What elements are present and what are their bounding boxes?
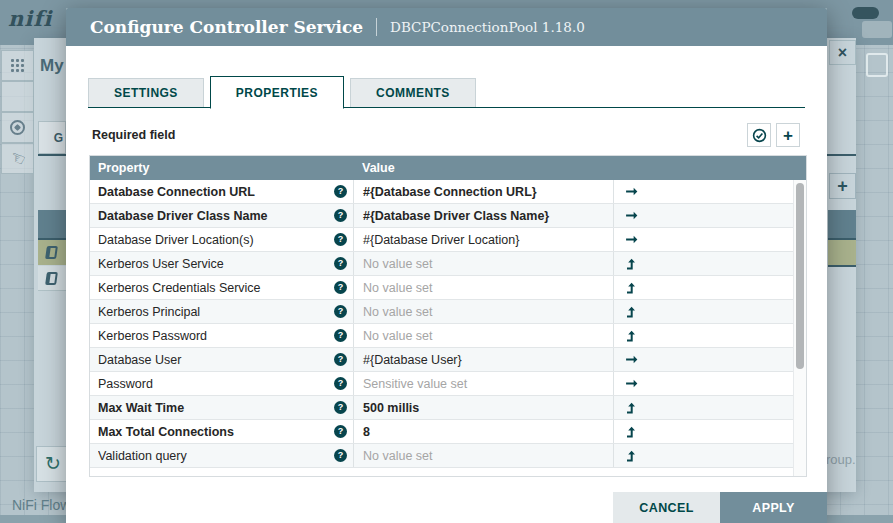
property-value-cell[interactable]: #{Database Driver Class Name} bbox=[353, 204, 613, 227]
property-rows: Database Connection URL?#{Database Conne… bbox=[90, 180, 794, 477]
plus-icon: + bbox=[783, 127, 793, 144]
convert-to-parameter-icon[interactable] bbox=[625, 450, 637, 462]
property-name: Kerberos Password bbox=[98, 329, 334, 343]
help-icon[interactable]: ? bbox=[334, 449, 347, 462]
help-icon[interactable]: ? bbox=[334, 281, 347, 294]
dialog-titlebar: Configure Controller Service DBCPConnect… bbox=[66, 8, 827, 46]
convert-to-parameter-icon[interactable] bbox=[625, 282, 637, 294]
help-icon[interactable]: ? bbox=[334, 185, 347, 198]
property-row: Max Wait Time?500 millis bbox=[90, 396, 794, 420]
property-value-cell[interactable]: No value set bbox=[353, 444, 613, 467]
help-icon[interactable]: ? bbox=[334, 209, 347, 222]
parameter-arrow-cell bbox=[613, 372, 794, 395]
properties-toolbar: Required field + bbox=[92, 122, 800, 148]
property-row: Kerberos Credentials Service?No value se… bbox=[90, 276, 794, 300]
property-name: Database Driver Class Name bbox=[98, 209, 334, 223]
dialog-subtitle: DBCPConnectionPool 1.18.0 bbox=[390, 19, 585, 35]
property-name-cell: Kerberos Principal? bbox=[90, 300, 353, 323]
configure-controller-service-dialog: Configure Controller Service DBCPConnect… bbox=[66, 8, 827, 523]
property-name: Kerberos Credentials Service bbox=[98, 281, 334, 295]
apply-button[interactable]: APPLY bbox=[720, 492, 827, 523]
parameter-arrow-cell bbox=[613, 276, 794, 299]
property-value-cell[interactable]: Sensitive value set bbox=[353, 372, 613, 395]
property-value: #{Database Connection URL} bbox=[363, 185, 537, 199]
parameter-arrow-cell bbox=[613, 444, 794, 467]
property-name-cell: Database Driver Class Name? bbox=[90, 204, 353, 227]
background-dialog-title: My bbox=[40, 56, 64, 76]
property-value-cell[interactable]: 8 bbox=[353, 420, 613, 443]
add-property-button[interactable]: + bbox=[776, 123, 800, 147]
property-value-cell[interactable]: No value set bbox=[353, 252, 613, 275]
convert-to-parameter-icon[interactable] bbox=[625, 306, 637, 318]
property-value: 500 millis bbox=[363, 401, 419, 415]
tab-settings[interactable]: SETTINGS bbox=[88, 78, 204, 108]
compass-icon bbox=[10, 120, 25, 135]
property-name: Kerberos User Service bbox=[98, 257, 334, 271]
property-value-cell[interactable]: #{Database Driver Location} bbox=[353, 228, 613, 251]
toolbar-pan-button: ☜ bbox=[1, 143, 34, 174]
help-icon[interactable]: ? bbox=[334, 401, 347, 414]
help-icon[interactable]: ? bbox=[334, 329, 347, 342]
toolbar-button bbox=[1, 81, 34, 112]
property-row: Kerberos Password?No value set bbox=[90, 324, 794, 348]
property-value: No value set bbox=[363, 449, 432, 463]
background-selected-row bbox=[38, 240, 66, 265]
property-name-cell: Database Connection URL? bbox=[90, 180, 353, 203]
property-value-cell[interactable]: #{Database User} bbox=[353, 348, 613, 371]
cancel-button[interactable]: CANCEL bbox=[613, 492, 720, 523]
help-icon[interactable]: ? bbox=[334, 257, 347, 270]
dialog-title: Configure Controller Service bbox=[90, 17, 363, 37]
property-value-cell[interactable]: #{Database Connection URL} bbox=[353, 180, 613, 203]
background-tab-underline bbox=[38, 154, 66, 156]
property-value-cell[interactable]: No value set bbox=[353, 276, 613, 299]
parameter-arrow-cell bbox=[613, 204, 794, 227]
property-name: Database Connection URL bbox=[98, 185, 334, 199]
parameter-arrow-cell bbox=[613, 252, 794, 275]
goto-parameter-icon[interactable] bbox=[625, 233, 638, 246]
background-row bbox=[38, 266, 66, 291]
tab-comments[interactable]: COMMENTS bbox=[350, 78, 476, 108]
property-value: #{Database Driver Location} bbox=[363, 233, 519, 247]
goto-parameter-icon[interactable] bbox=[625, 353, 638, 366]
convert-to-parameter-icon[interactable] bbox=[625, 402, 637, 414]
help-icon[interactable]: ? bbox=[334, 233, 347, 246]
property-value-cell[interactable]: No value set bbox=[353, 300, 613, 323]
tab-properties[interactable]: PROPERTIES bbox=[210, 76, 344, 109]
property-value-cell[interactable]: 500 millis bbox=[353, 396, 613, 419]
column-header-value: Value bbox=[353, 161, 613, 175]
book-icon bbox=[45, 246, 58, 259]
verify-properties-button[interactable] bbox=[747, 123, 771, 147]
property-row: Password?Sensitive value set bbox=[90, 372, 794, 396]
background-line bbox=[828, 265, 856, 267]
property-name-cell: Max Wait Time? bbox=[90, 396, 353, 419]
table-header: Property Value bbox=[90, 156, 806, 180]
convert-to-parameter-icon[interactable] bbox=[625, 330, 637, 342]
property-row: Validation query?No value set bbox=[90, 444, 794, 468]
convert-to-parameter-icon[interactable] bbox=[625, 258, 637, 270]
book-icon bbox=[45, 272, 58, 285]
background-table-header bbox=[38, 210, 66, 239]
property-value-cell[interactable]: No value set bbox=[353, 324, 613, 347]
property-name-cell: Database Driver Location(s)? bbox=[90, 228, 353, 251]
label-icon bbox=[866, 53, 888, 77]
goto-parameter-icon[interactable] bbox=[625, 185, 638, 198]
dialog-footer: CANCEL APPLY bbox=[613, 492, 827, 523]
help-icon[interactable]: ? bbox=[334, 353, 347, 366]
property-row: Database Driver Class Name?#{Database Dr… bbox=[90, 204, 794, 228]
parameter-arrow-cell bbox=[613, 300, 794, 323]
property-name: Kerberos Principal bbox=[98, 305, 334, 319]
background-message-fragment: roup. bbox=[826, 452, 856, 467]
property-name-cell: Max Total Connections? bbox=[90, 420, 353, 443]
goto-parameter-icon[interactable] bbox=[625, 377, 638, 390]
goto-parameter-icon[interactable] bbox=[625, 209, 638, 222]
parameter-arrow-cell bbox=[613, 324, 794, 347]
background-selected-row bbox=[828, 240, 856, 265]
convert-to-parameter-icon[interactable] bbox=[625, 426, 637, 438]
property-value: 8 bbox=[363, 425, 370, 439]
help-icon[interactable]: ? bbox=[334, 425, 347, 438]
help-icon[interactable]: ? bbox=[334, 305, 347, 318]
title-separator bbox=[376, 18, 377, 36]
check-circle-icon bbox=[752, 128, 767, 143]
scrollbar-thumb[interactable] bbox=[796, 183, 804, 369]
help-icon[interactable]: ? bbox=[334, 377, 347, 390]
